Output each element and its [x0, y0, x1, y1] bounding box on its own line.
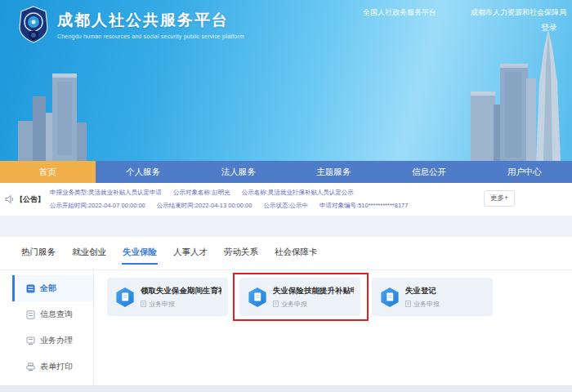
link-national-platform[interactable]: 全国人社政务服务平台	[363, 7, 436, 18]
main-nav: 首页 个人服务 法人服务 主题服务 信息公开 用户中心	[0, 161, 572, 183]
content: 全部 信息查询 业务办理	[0, 270, 572, 385]
service-card-maternity-subsidy[interactable]: 领取失业保金期间生育补助... 业务申报	[107, 278, 228, 316]
site-title: 成都人社公共服务平台	[57, 10, 244, 31]
sidebar-item-all[interactable]: 全部	[12, 275, 93, 301]
report-doc-icon	[273, 301, 279, 307]
sidebar-item-label: 全部	[40, 283, 56, 294]
announcement-item[interactable]: 公示状态:公示中	[263, 202, 308, 210]
sidebar-item-business-handle[interactable]: 业务办理	[12, 327, 93, 354]
page: 成都人社公共服务平台 Chengdu human resources and s…	[0, 0, 572, 392]
service-card-skill-upgrade-subsidy[interactable]: 失业保险技能提升补贴申请 业务申报	[239, 278, 360, 316]
sidebar-item-label: 业务办理	[40, 335, 73, 346]
brand: 成都人社公共服务平台 Chengdu human resources and s…	[16, 6, 244, 43]
sidebar-item-info-query[interactable]: 信息查询	[12, 301, 93, 327]
link-chengdu-bureau[interactable]: 成都市人力资源和社会保障局	[471, 7, 566, 18]
announcement-label: 【公告】	[16, 194, 45, 205]
announcement-item[interactable]: 公示结束时间:2022-04-13 00:00:00	[157, 202, 252, 210]
report-doc-icon	[405, 301, 411, 307]
announcement-item[interactable]: 公示开始时间:2022-04-07 00:00:00	[50, 202, 145, 210]
sidebar-item-label: 信息查询	[40, 309, 73, 320]
nav-tab-user-center[interactable]: 用户中心	[476, 161, 572, 183]
sidebar: 全部 信息查询 业务办理	[12, 270, 94, 385]
printer-icon	[26, 363, 35, 372]
document-icon	[26, 310, 35, 319]
grid-icon	[26, 284, 35, 293]
footer-strip	[0, 385, 572, 392]
service-tag: 业务申报	[413, 300, 440, 309]
announcement-line-1: 申报业务类型:灵活就业补贴人员认定申请 公示对象名称:彭明光 公示名称:灵活就业…	[50, 189, 419, 197]
tab-hot-services[interactable]: 热门服务	[20, 242, 56, 265]
hexagon-service-icon	[248, 287, 267, 308]
tab-labor-relations[interactable]: 劳动关系	[223, 242, 259, 265]
announcement-item[interactable]: 公示对象名称:彭明光	[173, 189, 230, 197]
sidebar-item-label: 表单打印	[40, 361, 73, 372]
report-doc-icon	[141, 301, 146, 307]
nav-tab-legal[interactable]: 法人服务	[190, 161, 286, 183]
announcement-item[interactable]: 申请对象编号:510***********8177	[320, 202, 408, 210]
nav-tab-home[interactable]: 首页	[0, 161, 96, 183]
service-card-unemployment-registration[interactable]: 失业登记 业务申报	[372, 278, 493, 316]
divider-band	[0, 216, 572, 237]
hexagon-service-icon	[380, 287, 400, 308]
announcement-item[interactable]: 公示名称:灵活就业社保补贴人员认定公示	[242, 189, 354, 197]
login-link[interactable]: 登录	[541, 22, 557, 33]
tab-unemployment-insurance[interactable]: 失业保险	[122, 242, 158, 265]
announcement-horn-icon	[5, 194, 15, 204]
tab-hr-talent[interactable]: 人事人才	[172, 242, 208, 265]
service-title: 失业保险技能提升补贴申请	[273, 286, 354, 296]
announcement-bar: 【公告】 申报业务类型:灵活就业补贴人员认定申请 公示对象名称:彭明光 公示名称…	[0, 183, 572, 216]
nav-tab-theme[interactable]: 主题服务	[286, 161, 382, 183]
announcement-item[interactable]: 申报业务类型:灵活就业补贴人员认定申请	[50, 189, 162, 197]
category-tabs: 热门服务 就业创业 失业保险 人事人才 劳动关系 社会保障卡	[0, 237, 572, 270]
service-tag: 业务申报	[281, 300, 307, 309]
tab-social-security-card[interactable]: 社会保障卡	[274, 242, 319, 265]
sidebar-item-form-print[interactable]: 表单打印	[12, 354, 93, 380]
hexagon-service-icon	[115, 287, 135, 308]
site-subtitle: Chengdu human resources and social secur…	[57, 33, 244, 39]
nav-tab-info[interactable]: 信息公开	[382, 161, 477, 183]
service-title: 领取失业保金期间生育补助...	[141, 286, 221, 296]
service-cards: 领取失业保金期间生育补助... 业务申报	[94, 278, 493, 316]
announcement-line-2: 公示开始时间:2022-04-07 00:00:00 公示结束时间:2022-0…	[50, 202, 419, 210]
service-tag: 业务申报	[149, 300, 175, 309]
tab-employment[interactable]: 就业创业	[71, 242, 107, 265]
top-links: 全国人社政务服务平台 成都市人力资源和社会保障局	[363, 7, 566, 18]
site-logo-icon	[16, 6, 51, 43]
more-button[interactable]: 更多+	[484, 190, 515, 207]
briefcase-icon	[26, 336, 35, 345]
service-title: 失业登记	[405, 286, 440, 296]
banner: 成都人社公共服务平台 Chengdu human resources and s…	[0, 0, 572, 161]
nav-tab-personal[interactable]: 个人服务	[96, 161, 191, 183]
